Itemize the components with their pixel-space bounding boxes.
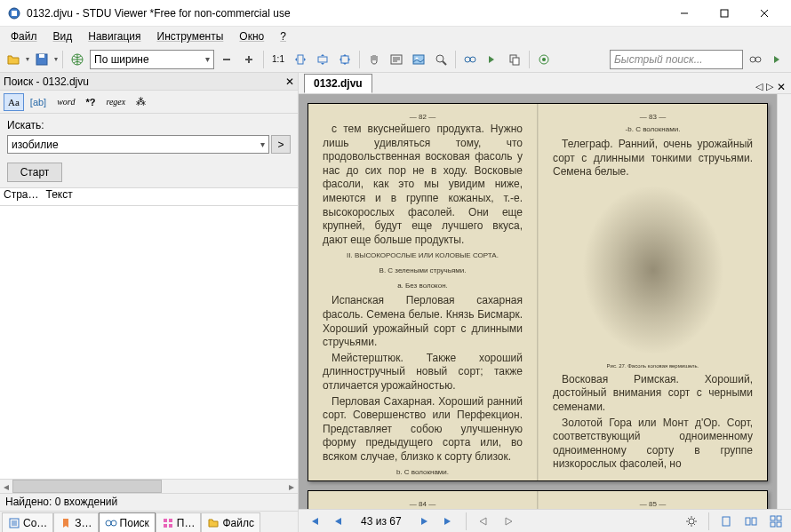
regex-toggle[interactable]: regex <box>101 93 130 111</box>
titlebar: 0132.djvu - STDU Viewer *Free for non-co… <box>0 0 791 27</box>
tab-contents[interactable]: Со… <box>2 512 53 532</box>
next-page-button[interactable] <box>414 512 434 531</box>
hand-tool-button[interactable] <box>364 50 384 69</box>
svg-point-35 <box>106 520 111 526</box>
svg-rect-14 <box>341 56 348 63</box>
tab-thumbnails[interactable]: П… <box>156 512 202 532</box>
tab-close-button[interactable]: ✕ <box>777 81 786 93</box>
tab-files[interactable]: Файлс <box>201 512 260 532</box>
svg-rect-26 <box>513 58 519 65</box>
book-text: Мейстерштюк. Также хороший длинностручны… <box>323 352 523 393</box>
search-label: Искать: <box>7 119 291 131</box>
close-button[interactable] <box>744 1 784 26</box>
zoom-select[interactable]: По ширине <box>90 50 214 69</box>
nav-back-button[interactable] <box>474 512 493 531</box>
book-heading: b. С волокнами. <box>323 468 523 476</box>
menubar: Файл Вид Навигация Инструменты Окно ? <box>0 27 791 46</box>
svg-rect-19 <box>413 55 424 64</box>
save-button[interactable] <box>32 50 52 69</box>
wildcard-toggle[interactable]: *? <box>81 93 100 111</box>
col-text[interactable]: Текст <box>46 188 73 205</box>
select-text-button[interactable] <box>387 50 406 69</box>
page-viewport[interactable]: — 82 — с тем вкуснейшего продукта. Нужно… <box>299 94 777 509</box>
viewer-vscrollbar[interactable] <box>777 94 791 509</box>
first-page-button[interactable] <box>304 512 324 531</box>
svg-line-22 <box>443 61 446 65</box>
svg-point-23 <box>465 57 470 62</box>
nav-toolbar: 43 из 67 <box>299 509 791 532</box>
tab-search[interactable]: Поиск <box>99 512 156 532</box>
svg-point-41 <box>689 519 694 524</box>
quick-search-next-button[interactable] <box>768 50 787 69</box>
copy-button[interactable] <box>505 50 524 69</box>
menu-window[interactable]: Окно <box>232 28 271 44</box>
zoom-in-button[interactable] <box>239 50 259 69</box>
brightness-button[interactable] <box>682 512 701 531</box>
magnifier-button[interactable] <box>431 50 451 69</box>
quick-search-input[interactable]: Быстрый поиск... <box>610 50 743 69</box>
book-text: Золотой Гора или Монт д'Ор. Сорт, соотве… <box>553 417 753 472</box>
col-page[interactable]: Стра… <box>4 188 39 205</box>
results-status: Найдено: 0 вхождений <box>0 493 298 511</box>
svg-point-21 <box>436 55 443 62</box>
fit-width-button[interactable] <box>291 50 310 69</box>
menu-tools[interactable]: Инструменты <box>150 28 231 44</box>
menu-view[interactable]: Вид <box>46 28 80 44</box>
last-page-button[interactable] <box>439 512 459 531</box>
tab-prev-button[interactable]: ◁ <box>755 81 763 93</box>
close-panel-button[interactable]: ✕ <box>285 75 294 88</box>
illustration-caption: Рис. 27. Фасоль коловая вермишель. <box>553 363 753 369</box>
tab-next-button[interactable]: ▷ <box>766 81 773 93</box>
document-area: 0132.djvu ◁ ▷ ✕ — 82 — с тем вкуснейшего… <box>299 73 791 532</box>
results-list: ◂ ▸ <box>0 206 298 493</box>
book-illustration <box>582 185 724 355</box>
menu-nav[interactable]: Навигация <box>81 28 148 44</box>
select-image-button[interactable] <box>409 50 428 69</box>
fit-page-button[interactable] <box>335 50 355 69</box>
find-button[interactable] <box>460 50 480 69</box>
app-icon <box>7 6 21 20</box>
multisearch-toggle[interactable]: ⁂ <box>132 93 150 111</box>
main-toolbar: ▾ ▾ По ширине 1:1 Быстрый поиск... <box>0 46 791 73</box>
svg-rect-38 <box>169 519 172 522</box>
find-next-button[interactable] <box>483 50 502 69</box>
svg-point-28 <box>542 58 546 61</box>
svg-rect-12 <box>298 55 303 64</box>
menu-help[interactable]: ? <box>273 28 293 44</box>
book-text: Восковая Римская. Хороший, достойный вни… <box>553 373 753 415</box>
nav-fwd-button[interactable] <box>499 512 518 531</box>
globe-icon[interactable] <box>68 50 87 69</box>
match-case-toggle[interactable]: Aa <box>4 93 24 111</box>
view-grid-button[interactable] <box>766 512 786 531</box>
minimize-button[interactable] <box>664 1 704 26</box>
search-panel: Поиск - 0132.djvu ✕ Aa [ab] word *? rege… <box>0 73 299 532</box>
highlight-toggle[interactable]: [ab] <box>26 93 51 111</box>
maximize-button[interactable] <box>704 1 744 26</box>
view-single-button[interactable] <box>716 512 736 531</box>
menu-file[interactable]: Файл <box>4 28 44 44</box>
fit-11-button[interactable]: 1:1 <box>268 50 288 69</box>
svg-rect-47 <box>771 522 775 527</box>
prev-page-button[interactable] <box>329 512 348 531</box>
document-tab[interactable]: 0132.djvu <box>304 74 372 93</box>
whole-word-toggle[interactable]: word <box>52 93 79 111</box>
search-go-button[interactable]: > <box>271 135 291 154</box>
book-text: с тем вкуснейшего продукта. Нужно лишь у… <box>323 123 523 247</box>
tab-bookmarks[interactable]: З… <box>53 512 98 532</box>
svg-rect-11 <box>245 59 252 60</box>
fit-height-button[interactable] <box>313 50 332 69</box>
open-button[interactable] <box>4 50 23 69</box>
zoom-out-button[interactable] <box>217 50 236 69</box>
svg-point-30 <box>755 57 761 62</box>
search-options: Aa [ab] word *? regex ⁂ <box>0 91 298 114</box>
search-input[interactable]: изобилие <box>7 135 269 154</box>
settings-button[interactable] <box>534 50 554 69</box>
svg-rect-9 <box>223 59 230 60</box>
view-spread-button[interactable] <box>741 512 761 531</box>
book-heading: а. Без волокон. <box>323 282 523 290</box>
svg-point-36 <box>111 520 116 526</box>
start-button[interactable]: Старт <box>7 163 62 182</box>
quick-search-go-button[interactable] <box>746 50 765 69</box>
results-header: Стра… Текст <box>0 188 298 206</box>
results-hscrollbar[interactable]: ◂ ▸ <box>0 479 298 493</box>
